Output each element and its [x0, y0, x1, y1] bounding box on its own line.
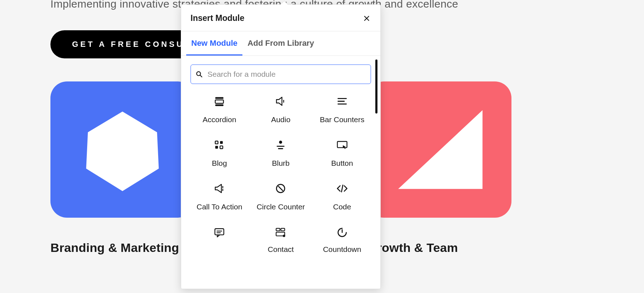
- countdown-icon: [334, 225, 350, 240]
- tab-add-from-library[interactable]: Add From Library: [242, 31, 319, 56]
- module-code[interactable]: Code: [313, 181, 371, 211]
- module-circle-counter[interactable]: Circle Counter: [252, 181, 309, 211]
- close-icon: [363, 15, 370, 22]
- accordion-icon: [211, 93, 227, 109]
- svg-marker-0: [86, 111, 159, 191]
- modal-tabs: New Module Add From Library: [181, 31, 380, 56]
- module-audio[interactable]: Audio: [252, 93, 309, 124]
- module-label: Call To Action: [197, 202, 242, 211]
- module-countdown[interactable]: Countdown: [313, 225, 371, 255]
- blurb-icon: [273, 137, 289, 153]
- module-comments[interactable]: [191, 225, 248, 255]
- search-wrap: [191, 65, 371, 84]
- module-label: Blurb: [272, 159, 290, 168]
- card-growth: [367, 81, 511, 218]
- megaphone-icon: [211, 181, 227, 196]
- comments-icon: [211, 225, 227, 240]
- audio-icon: [273, 93, 289, 109]
- module-bar-counters[interactable]: Bar Counters: [313, 93, 371, 124]
- search-input[interactable]: [191, 65, 371, 84]
- svg-line-22: [279, 187, 283, 191]
- circle-counter-icon: [273, 181, 289, 196]
- svg-line-23: [341, 185, 343, 192]
- hexagon-icon: [79, 106, 166, 193]
- svg-rect-24: [215, 228, 224, 235]
- svg-rect-18: [337, 142, 347, 148]
- card-block: Growth & Team: [367, 81, 511, 255]
- blog-icon: [211, 137, 227, 153]
- module-label: Audio: [271, 115, 291, 124]
- module-accordion[interactable]: Accordion: [191, 93, 248, 124]
- module-blurb[interactable]: Blurb: [252, 137, 309, 168]
- module-call-to-action[interactable]: Call To Action: [191, 181, 248, 211]
- close-button[interactable]: [362, 14, 371, 23]
- svg-rect-28: [281, 228, 285, 231]
- modal-title: Insert Module: [191, 13, 245, 23]
- svg-rect-13: [215, 146, 218, 149]
- svg-rect-11: [215, 141, 218, 144]
- svg-rect-14: [220, 146, 223, 149]
- module-label: Accordion: [202, 115, 236, 124]
- search-icon: [196, 71, 203, 78]
- svg-rect-6: [215, 105, 224, 106]
- svg-rect-27: [276, 228, 280, 231]
- svg-point-30: [283, 235, 286, 237]
- card-block: Branding & Marketing: [50, 81, 194, 255]
- modules-grid: Accordion Audio Bar Counters Blog: [191, 93, 371, 259]
- svg-point-15: [279, 141, 282, 144]
- modal-body: Accordion Audio Bar Counters Blog: [181, 56, 380, 289]
- module-label: Code: [333, 202, 351, 211]
- card-title: Branding & Marketing: [50, 241, 194, 255]
- module-label: Bar Counters: [320, 115, 365, 124]
- scrollbar-thumb[interactable]: [375, 59, 377, 114]
- svg-rect-4: [215, 97, 224, 99]
- module-label: Contact: [268, 245, 294, 254]
- triangle-icon: [385, 103, 493, 196]
- card-branding: [50, 81, 194, 218]
- module-label: Countdown: [323, 245, 361, 254]
- module-label: Circle Counter: [256, 202, 305, 211]
- contact-form-icon: [273, 225, 289, 240]
- svg-line-3: [200, 75, 202, 77]
- module-contact[interactable]: Contact: [252, 225, 309, 255]
- svg-marker-1: [398, 110, 483, 189]
- module-blog[interactable]: Blog: [191, 137, 248, 168]
- svg-rect-12: [220, 141, 223, 144]
- bar-counters-icon: [334, 93, 350, 109]
- insert-module-modal: Insert Module New Module Add From Librar…: [181, 4, 381, 289]
- modal-header: Insert Module: [181, 5, 380, 31]
- code-icon: [334, 181, 350, 196]
- button-icon: [334, 137, 350, 153]
- module-label: Button: [331, 159, 353, 168]
- card-title: Growth & Team: [367, 241, 511, 255]
- svg-rect-5: [215, 100, 224, 103]
- module-label: Blog: [212, 159, 227, 168]
- tab-new-module[interactable]: New Module: [186, 31, 242, 56]
- module-button[interactable]: Button: [313, 137, 371, 168]
